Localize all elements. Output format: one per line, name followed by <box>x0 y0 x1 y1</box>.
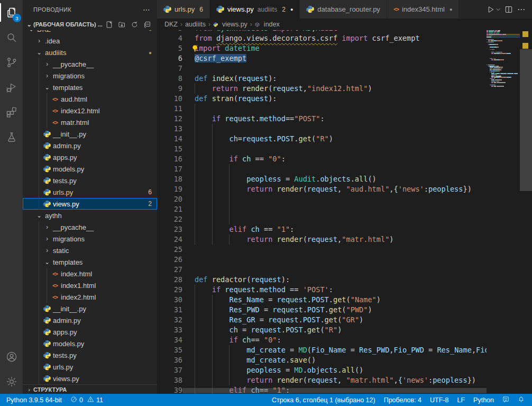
code-line-9[interactable]: 9 return render(request,"index12.html") <box>157 84 520 94</box>
code-line-22[interactable]: 22 <box>157 214 520 224</box>
tree-file-apps.py[interactable]: apps.py <box>23 326 157 338</box>
tree-file-admin.py[interactable]: admin.py <box>23 314 157 326</box>
code-line-4[interactable]: 4from django.views.decorators.csrf impor… <box>157 33 520 43</box>
new-folder-icon[interactable] <box>117 20 126 29</box>
horizontal-scrollbar[interactable] <box>182 388 487 393</box>
run-debug-icon[interactable] <box>0 75 23 100</box>
tree-folder-DKZ[interactable]: ⌄DKZ● <box>23 30 157 35</box>
tree-file-views.py[interactable]: views.py <box>23 373 157 384</box>
code-line-12[interactable]: 12 if request.method=="POST": <box>157 114 520 124</box>
accounts-icon[interactable] <box>0 344 23 369</box>
cursor-position[interactable]: Строка 6, столбец 1 (выбрано 12) <box>268 394 380 406</box>
tab-urls.py[interactable]: urls.py6 <box>157 0 210 19</box>
settings-gear-icon[interactable] <box>0 369 23 394</box>
tree-file-urls.py[interactable]: urls.py6 <box>23 186 157 198</box>
code-line-26[interactable]: 26 <box>157 255 520 265</box>
code-line-10[interactable]: 10def stran(request): <box>157 94 520 104</box>
tab-views.py[interactable]: views.pyaudiiits2● <box>210 0 300 19</box>
code-line-31[interactable]: 31 Res_PWD = request.POST.get("PWD") <box>157 305 520 315</box>
tree-file-tests.py[interactable]: tests.py <box>23 175 157 186</box>
tree-folder-migrations[interactable]: ›migrations <box>23 233 157 245</box>
code-line-21[interactable]: 21 <box>157 204 520 214</box>
breadcrumb-item-DKZ[interactable]: DKZ <box>164 21 178 28</box>
encoding[interactable]: UTF-8 <box>426 394 453 406</box>
code-line-23[interactable]: 23 elif ch == "1": <box>157 224 520 234</box>
code-line-20[interactable]: 20 <box>157 194 520 204</box>
tree-folder-__pycache__[interactable]: ›__pycache__ <box>23 221 157 233</box>
modified-dot-icon[interactable]: ● <box>450 7 452 12</box>
minimap[interactable] <box>487 30 520 394</box>
code-line-34[interactable]: 34 if ch== "0": <box>157 335 520 345</box>
tree-file-__init__.py[interactable]: __init__.py <box>23 303 157 314</box>
tree-file-aud.html[interactable]: <>aud.html <box>23 93 157 105</box>
code-line-17[interactable]: 17 <box>157 164 520 174</box>
tree-folder-aythh[interactable]: ⌄aythh <box>23 210 157 221</box>
eol[interactable]: LF <box>453 394 469 406</box>
run-dropdown-chevron-icon[interactable] <box>495 4 501 15</box>
python-interpreter[interactable]: Python 3.9.5 64-bit <box>2 394 66 406</box>
tree-file-matr.html[interactable]: <>matr.html <box>23 116 157 128</box>
code-line-27[interactable]: 27 <box>157 265 520 275</box>
breadcrumb-item-index[interactable]: index <box>255 21 280 28</box>
tree-file-views.py[interactable]: views.py2 <box>23 198 157 210</box>
code-line-32[interactable]: 32 Res_GR = request.POST.get("GR") <box>157 315 520 325</box>
code-line-11[interactable]: 11 <box>157 104 520 114</box>
extensions-icon[interactable] <box>0 100 23 124</box>
more-actions-button[interactable]: ⋯ <box>516 4 527 15</box>
tree-folder-audiiits[interactable]: ⌄audiiits● <box>23 47 157 58</box>
tree-file-index.html[interactable]: <>index.html <box>23 268 157 279</box>
lightbulb-icon[interactable] <box>191 44 199 52</box>
code-editor[interactable]: 3from aythh.models import MD,Audit4from … <box>157 30 532 394</box>
modified-dot-icon[interactable]: ● <box>290 7 293 12</box>
code-line-25[interactable]: 25 <box>157 245 520 255</box>
tree-folder-templates[interactable]: ⌄templates <box>23 82 157 93</box>
tab-index345.html[interactable]: <>index345.html● <box>387 0 459 19</box>
vertical-scrollbar[interactable] <box>520 49 532 191</box>
code-line-7[interactable]: 7 <box>157 64 520 74</box>
tree-file-tests.py[interactable]: tests.py <box>23 349 157 361</box>
code-line-30[interactable]: 30 Res_Name = request.POST.get("Name") <box>157 295 520 305</box>
code-line-29[interactable]: 29 if request.method == 'POST': <box>157 285 520 295</box>
explorer-icon[interactable]: 3 <box>0 0 23 25</box>
tree-folder-migrations[interactable]: ›migrations <box>23 70 157 82</box>
problems[interactable]: 011 <box>66 394 107 406</box>
run-python-file-button[interactable] <box>485 4 496 15</box>
tree-file-urls.py[interactable]: urls.py <box>23 361 157 373</box>
code-line-24[interactable]: 24 return render(request,"matr.html") <box>157 234 520 245</box>
tree-file-index12.html[interactable]: <>index12.html <box>23 105 157 116</box>
split-editor-button[interactable] <box>503 4 514 15</box>
tree-file-index2.html[interactable]: <>index2.html <box>23 291 157 303</box>
code-line-35[interactable]: 35 md_create = MD(Fio_Name = Res_PWD,Fio… <box>157 345 520 355</box>
tree-file-apps.py[interactable]: apps.py <box>23 151 157 163</box>
source-control-icon[interactable] <box>0 50 23 75</box>
outline-section-header[interactable]: › СТРУКТУРА <box>23 384 157 394</box>
workspace-section-header[interactable]: ⌄ (РАБОЧАЯ ОБЛАСТЬ) ... <box>23 19 157 30</box>
tab-database_roouter.py[interactable]: database_roouter.py <box>300 0 387 19</box>
tree-file-models.py[interactable]: models.py <box>23 163 157 175</box>
code-line-18[interactable]: 18 peopless = Audit.objects.all() <box>157 174 520 184</box>
sidebar-more-actions-icon[interactable]: ⋯ <box>143 5 151 14</box>
code-line-8[interactable]: 8def index(request): <box>157 74 520 84</box>
indentation[interactable]: Пробелов: 4 <box>380 394 426 406</box>
new-file-icon[interactable] <box>104 20 114 29</box>
tree-file-index1.html[interactable]: <>index1.html <box>23 279 157 291</box>
search-icon[interactable] <box>0 25 23 50</box>
code-line-13[interactable]: 13 <box>157 124 520 134</box>
breadcrumb-item-views.py[interactable]: views.py <box>213 21 247 28</box>
testing-icon[interactable] <box>0 124 23 149</box>
code-line-15[interactable]: 15 <box>157 144 520 154</box>
language-mode[interactable]: Python <box>469 394 498 406</box>
code-line-36[interactable]: 36 md_create.save() <box>157 355 520 365</box>
code-line-6[interactable]: 6@csrf_exempt <box>157 53 520 64</box>
code-line-14[interactable]: 14 ch=request.POST.get("R") <box>157 134 520 144</box>
tree-folder-.idea[interactable]: ›.idea <box>23 35 157 47</box>
tree-file-admin.py[interactable]: admin.py <box>23 140 157 151</box>
code-line-33[interactable]: 33 ch = request.POST.get("R") <box>157 325 520 335</box>
collapse-all-icon[interactable] <box>142 20 152 29</box>
notifications[interactable] <box>513 394 529 406</box>
tree-folder-static[interactable]: ›static <box>23 245 157 256</box>
feedback[interactable] <box>498 394 513 406</box>
code-line-28[interactable]: 28def redactor(request): <box>157 275 520 285</box>
tree-file-models.py[interactable]: models.py <box>23 338 157 349</box>
code-line-5[interactable]: 5import datetime <box>157 43 520 53</box>
